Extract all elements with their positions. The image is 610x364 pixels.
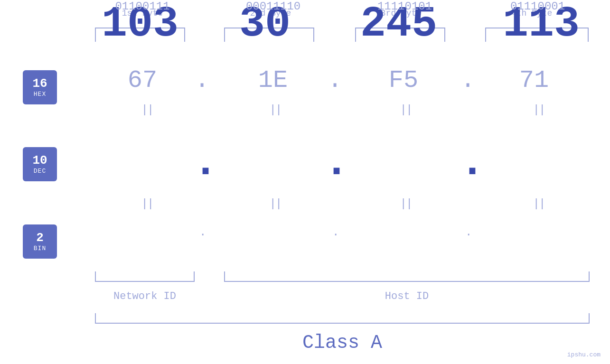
bin-value-4: 01110001 [487,0,589,13]
equals-3b: || [394,197,418,210]
bracket-bottom-host [224,271,590,282]
bracket-bottom-network [95,271,195,282]
equals-2b: || [263,197,287,210]
bin-value-1: 01100111 [93,0,192,13]
equals-4a: || [527,103,551,116]
dec-badge: 10 DEC [23,147,57,181]
bin-badge: 2 BIN [23,224,57,259]
hex-dot-2: . [328,66,342,94]
bracket-bottom-full [95,313,590,324]
equals-2a: || [263,103,287,116]
hex-dot-3: . [460,66,475,94]
hex-dot-1: . [195,66,209,94]
bin-badge-label: BIN [34,245,46,252]
bin-value-3: 11110101 [354,0,456,13]
hex-badge-label: HEX [34,91,46,98]
bin-dot-3: . [465,226,472,239]
network-id-label: Network ID [95,290,195,302]
equals-4b: || [527,197,551,210]
bin-badge-num: 2 [36,231,44,245]
main-content: 16 HEX 10 DEC 2 BIN 1st Byte 2nd Byte 3r… [0,0,610,364]
hex-value-4: 71 [503,66,565,94]
bin-dot-2: . [332,226,339,239]
hex-value-1: 67 [114,66,171,94]
dec-dot-3: . [460,139,485,187]
hex-value-3: F5 [373,66,434,94]
hex-badge: 16 HEX [23,70,57,104]
watermark: ipshu.com [567,351,601,358]
host-id-label: Host ID [224,290,590,302]
dec-badge-label: DEC [34,168,46,175]
dec-badge-num: 10 [32,154,47,168]
bin-value-2: 00011110 [222,0,324,13]
hex-value-2: 1E [240,66,306,94]
dec-dot-1: . [193,139,218,187]
class-a-label: Class A [95,332,590,354]
dec-dot-2: . [324,139,349,187]
bin-dot-1: . [199,226,206,239]
equals-3a: || [394,103,418,116]
hex-badge-num: 16 [32,77,47,91]
equals-1b: || [135,197,159,210]
equals-1a: || [135,103,159,116]
